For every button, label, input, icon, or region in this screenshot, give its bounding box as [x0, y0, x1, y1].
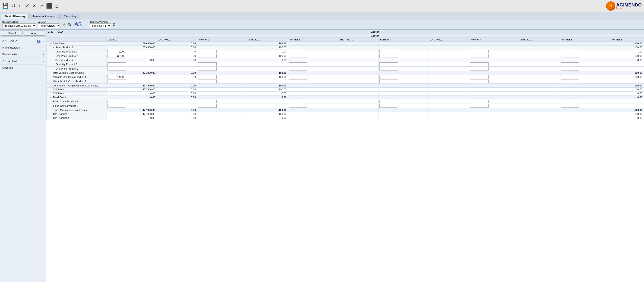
version-label: Version [38, 21, 60, 23]
cancel-button[interactable]: Cancel [1, 30, 23, 36]
business-unit-select[interactable]: Business Unit 01 Demo [2, 23, 36, 28]
fc-formel4-input[interactable] [470, 100, 488, 103]
filter-item-zpl-tpmea[interactable]: ZPL_TPMEA 1 › [0, 38, 46, 44]
qty-formel5-input[interactable] [560, 50, 579, 53]
table-row: −Sales Product 2 0.00 0.00 0.00 0.00 [46, 58, 644, 62]
save-icon[interactable]: 💾 [2, 3, 8, 9]
price2-formel4-input[interactable] [470, 67, 488, 70]
qty2-formel2-input[interactable] [289, 62, 308, 66]
col-formel1: Formel 1 [197, 38, 248, 42]
price-prod2-input[interactable] [108, 67, 126, 70]
apply-button[interactable]: Apply [24, 30, 46, 36]
vuc2-formel1-input[interactable] [198, 80, 216, 83]
qty-prod1-input[interactable] [108, 50, 126, 53]
qty-formel2-input[interactable] [289, 50, 308, 53]
table-row: GM Product 1 477,900.00 0.00 -100.00 -10… [46, 112, 644, 116]
qty2-formel3-input[interactable] [380, 62, 398, 66]
vuc-formel5-input[interactable] [560, 75, 579, 79]
qty-formel1-input[interactable] [198, 50, 216, 53]
fc2-formel3-input[interactable] [380, 104, 398, 108]
copy-to-version-select[interactable]: Simulation 1 [90, 23, 111, 28]
price-formel4-input[interactable] [470, 54, 488, 58]
vuc2-formel3-input[interactable] [380, 80, 398, 83]
fc-formel1-input[interactable] [198, 100, 216, 103]
price-formel5-input[interactable] [560, 54, 579, 58]
price2-formel1-input[interactable] [198, 67, 216, 70]
col-2014: 2014, ... [107, 38, 157, 42]
attach-icon[interactable]: 📎 [62, 22, 66, 27]
col-formel2: Formel 2 [288, 38, 338, 42]
fc-formel3-input[interactable] [380, 100, 398, 103]
undo-icon[interactable]: ↩ [18, 3, 22, 9]
vuc2-formel4-input[interactable] [470, 80, 488, 83]
price2-formel5-input[interactable] [560, 67, 579, 70]
refresh-icon[interactable]: ↺ [11, 3, 16, 9]
vuc-formel3-input[interactable] [380, 75, 398, 79]
copy-to-version-label: Copy to Version [90, 21, 111, 23]
filter-item-geografie[interactable]: Geografie › [0, 64, 46, 71]
cancel-icon[interactable]: ✗ [32, 3, 36, 9]
fc2-prod2-input[interactable] [108, 104, 126, 108]
filter-item-betriebsleiter[interactable]: Betriebsleiter › [0, 51, 46, 58]
vuc2-formel5-input[interactable] [560, 80, 579, 83]
export-icon[interactable]: ↗ [39, 3, 43, 9]
tab-basic-planning[interactable]: Basic Planning [1, 14, 29, 19]
price-formel1-input[interactable] [198, 54, 216, 58]
qty2-formel4-input[interactable] [470, 62, 488, 66]
fc-formel2-input[interactable] [289, 100, 308, 103]
fc2-formel1-input[interactable] [198, 104, 216, 108]
left-panel: Cancel Apply ZPL_TPMEA 1 › Planungsstatu… [0, 30, 46, 282]
import-icon[interactable]: ⬛ [46, 3, 52, 9]
fc-formel5-input[interactable] [560, 100, 579, 103]
fc2-formel2-input[interactable] [289, 104, 308, 108]
qty-formel4-input[interactable] [470, 50, 488, 53]
controls-bar: Business Unit Business Unit 01 Demo Vers… [0, 19, 644, 30]
table-row: Fixed Costs Product 2 [46, 104, 644, 108]
vuc-formel4-input[interactable] [470, 75, 488, 79]
table-row: Quantity Product 1 0 -100 -100 [46, 49, 644, 54]
version-select[interactable]: Input Version [38, 23, 60, 28]
tab-reporting[interactable]: Reporting [60, 14, 80, 19]
table-row: −Total Sales 769,800.00 0.00 -100.00 -10… [46, 42, 644, 45]
table-row: CM Product 1 477,900.00 0.00 -100.00 -10… [46, 88, 644, 92]
price2-formel3-input[interactable] [380, 67, 398, 70]
vuc-formel2-input[interactable] [289, 75, 308, 79]
table-row: Fixed Costs Product 1 [46, 99, 644, 104]
fc2-formel4-input[interactable] [470, 104, 488, 108]
price2-formel2-input[interactable] [289, 67, 308, 70]
table-row: −Sales Product 1 769,800.00 0.00 -100.00… [46, 45, 644, 49]
column-headers: 2014, ... ZPL_I01, ... Formel 1 ZPL_I01,… [46, 38, 644, 42]
business-unit-label: Business Unit [2, 21, 36, 23]
price-formel3-input[interactable] [380, 54, 398, 58]
copy-version-icon[interactable]: ⧉ [113, 22, 115, 27]
toolbar: 💾 ↺ ↩ ✓ ✗ ↗ ⬛ ⌂ e AGIMENDO finance [0, 0, 644, 12]
table-row: Variable Unit Costs Product 1 0.00 100.0… [46, 75, 644, 79]
vuc2-formel2-input[interactable] [289, 80, 308, 83]
qty2-formel1-input[interactable] [198, 62, 216, 66]
home-icon[interactable]: ⌂ [55, 3, 58, 9]
check-icon[interactable]: ✓ [25, 3, 30, 9]
vuc2-prod2-input[interactable] [108, 80, 126, 83]
col-zpl-i01-1: ZPL_I01, ... [157, 38, 197, 42]
header-row-sub: 123456 [46, 34, 644, 38]
qty-prod2-input[interactable] [108, 62, 126, 66]
table-row: Unit Price Product 1 0.00 -100.00 -100.0… [46, 54, 644, 58]
fc-prod1-input[interactable] [108, 100, 126, 103]
price-formel2-input[interactable] [289, 54, 308, 58]
tab-measure-planning[interactable]: Measure Planning [29, 14, 60, 19]
table-row: −Gross Margin (incl. fixed costs) 477,90… [46, 108, 644, 112]
logo-circle: e [606, 1, 615, 11]
filter-item-zpl-mecat[interactable]: ZPL_MECAT › [0, 58, 46, 64]
qty-formel3-input[interactable] [380, 50, 398, 53]
fc2-formel5-input[interactable] [560, 104, 579, 108]
vuc-prod1-input[interactable] [108, 75, 126, 79]
table-row: GM Product 2 0.00 0.00 0.00 0.00 [46, 116, 644, 120]
table-row: Quantity Product 2 [46, 62, 644, 67]
table-row: −Fixed Costs 0.00 0.00 0.00 0.00 [46, 96, 644, 99]
qty2-formel5-input[interactable] [560, 62, 579, 66]
filter-item-planungsstatus[interactable]: Planungsstatus › [0, 44, 46, 51]
vuc-formel1-input[interactable] [198, 75, 216, 79]
price-prod1-input[interactable] [108, 54, 126, 58]
copy-layout-icon[interactable]: ⧉ [68, 22, 71, 27]
col-formel5: Formel 5 [560, 38, 610, 42]
